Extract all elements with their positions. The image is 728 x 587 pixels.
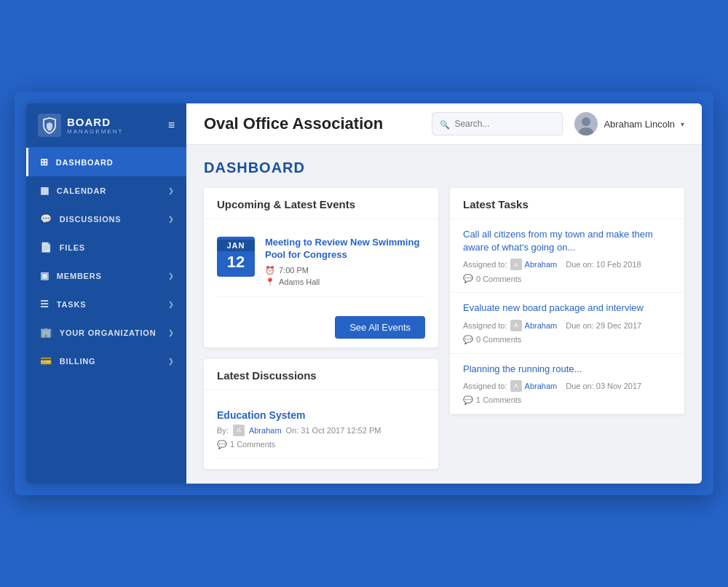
dashboard-icon: ⊞ (40, 157, 49, 168)
sidebar-item-tasks[interactable]: ☰ TASKS (26, 290, 186, 318)
discussions-icon: 💬 (40, 213, 52, 224)
task-item: Planning the running route... Assigned t… (450, 354, 684, 414)
logo-area: BOARD MANAGEMENT (38, 114, 123, 137)
event-time: 7:00 PM (265, 266, 425, 275)
chevron-icon (168, 357, 175, 365)
event-item: JAN 12 Meeting to Review New Swimming Po… (217, 229, 425, 297)
task-item: Call all citizens from my town and make … (450, 219, 684, 293)
menu-toggle-button[interactable]: ≡ (168, 119, 175, 132)
comment-icon (217, 440, 227, 449)
discussions-card: Latest Discussions Education System By: … (204, 359, 438, 469)
sidebar-item-label: BILLING (60, 357, 96, 366)
tasks-card: Latest Tasks Call all citizens from my t… (450, 188, 684, 414)
sidebar-item-members[interactable]: ▣ MEMBERS (26, 261, 186, 290)
sidebar-nav: ⊞ DASHBOARD ▦ CALENDAR 💬 DISCUSSIONS (26, 148, 186, 484)
task-meta: Assigned to: A Abraham Due on: 29 Dec 20… (463, 320, 671, 331)
org-title: Oval Office Association (204, 114, 383, 133)
files-icon: 📄 (40, 242, 52, 253)
sidebar-item-calendar[interactable]: ▦ CALENDAR (26, 176, 186, 205)
discussions-card-header: Latest Discussions (204, 359, 438, 390)
sidebar-item-label: FILES (60, 243, 85, 252)
task-title[interactable]: Evaluate new board package and interview (463, 302, 671, 315)
chevron-icon (168, 300, 175, 308)
app-container: BOARD MANAGEMENT ≡ ⊞ DASHBOARD ▦ CALEN (26, 103, 702, 484)
sidebar-item-label: DASHBOARD (56, 158, 114, 167)
dashboard-body: DASHBOARD Upcoming & Latest Events (186, 145, 702, 484)
top-bar-right: Abraham Lincoln ▾ (432, 112, 684, 135)
event-info: Meeting to Review New Swimming Pool for … (265, 237, 425, 289)
tasks-icon: ☰ (40, 299, 50, 310)
logo-icon (38, 114, 61, 137)
sidebar-header: BOARD MANAGEMENT ≡ (26, 103, 186, 148)
dashboard-grid: Upcoming & Latest Events JAN 12 Meet (204, 188, 684, 469)
organization-icon: 🏢 (40, 327, 52, 338)
task-meta: Assigned to: A Abraham Due on: 10 Feb 20… (463, 259, 671, 270)
event-location: Adams Hall (265, 277, 425, 287)
user-name: Abraham Lincoln (604, 119, 675, 130)
task-author-avatar: A (510, 320, 522, 331)
svg-point-2 (582, 117, 590, 126)
sidebar-item-label: YOUR ORGANIZATION (60, 328, 157, 337)
comment-icon (463, 335, 473, 344)
task-title[interactable]: Call all citizens from my town and make … (463, 228, 671, 254)
comment-icon (463, 274, 473, 283)
sidebar-item-label: CALENDAR (57, 186, 106, 195)
tasks-card-title: Latest Tasks (463, 198, 529, 210)
main-content: Oval Office Association (186, 103, 702, 484)
sidebar-item-label: DISCUSSIONS (60, 215, 122, 224)
sidebar-item-label: TASKS (57, 300, 86, 309)
left-column: Upcoming & Latest Events JAN 12 Meet (204, 188, 438, 469)
see-all-events-button[interactable]: See All Events (335, 316, 425, 339)
user-menu[interactable]: Abraham Lincoln ▾ (574, 112, 684, 135)
sidebar-item-dashboard[interactable]: ⊞ DASHBOARD (26, 148, 186, 176)
sidebar: BOARD MANAGEMENT ≡ ⊞ DASHBOARD ▦ CALEN (26, 103, 186, 484)
discussion-comments: 1 Comments (217, 440, 425, 449)
task-meta: Assigned to: A Abraham Due on: 03 Nov 20… (463, 380, 671, 392)
see-all-events-area: See All Events (204, 307, 438, 347)
task-comments: 1 Comments (463, 395, 671, 405)
comment-icon (463, 395, 473, 405)
discussions-card-title: Latest Discussions (217, 369, 317, 382)
chevron-icon (168, 272, 175, 280)
avatar (574, 112, 598, 135)
events-card-title: Upcoming & Latest Events (217, 198, 355, 210)
event-title[interactable]: Meeting to Review New Swimming Pool for … (265, 237, 425, 261)
chevron-icon (168, 328, 175, 336)
discussions-card-body: Education System By: A Abraham On: 31 Oc… (204, 390, 438, 469)
top-bar: Oval Office Association (186, 103, 702, 145)
task-title[interactable]: Planning the running route... (463, 363, 671, 376)
logo-text: BOARD MANAGEMENT (67, 116, 123, 135)
task-item: Evaluate new board package and interview… (450, 293, 684, 353)
location-icon (265, 277, 275, 287)
right-column: Latest Tasks Call all citizens from my t… (450, 188, 684, 469)
events-card-header: Upcoming & Latest Events (204, 188, 438, 219)
chevron-icon (168, 215, 175, 223)
chevron-icon (168, 186, 175, 194)
discussion-title[interactable]: Education System (217, 409, 425, 421)
members-icon: ▣ (40, 270, 50, 281)
event-month: JAN (217, 240, 255, 251)
task-author-avatar: A (510, 259, 522, 270)
search-box[interactable] (432, 112, 563, 135)
author-avatar: A (233, 425, 245, 436)
billing-icon: 💳 (40, 355, 52, 366)
user-chevron-icon: ▾ (681, 120, 684, 128)
sidebar-item-label: MEMBERS (57, 272, 102, 280)
event-day: 12 (217, 251, 255, 273)
event-date-box: JAN 12 (217, 237, 255, 276)
events-card-body: JAN 12 Meeting to Review New Swimming Po… (204, 219, 438, 307)
app-wrapper: BOARD MANAGEMENT ≡ ⊞ DASHBOARD ▦ CALEN (15, 92, 713, 495)
task-comments: 0 Comments (463, 335, 671, 344)
clock-icon (265, 266, 275, 275)
discussion-meta: By: A Abraham On: 31 Oct 2017 12:52 PM (217, 425, 425, 436)
sidebar-item-organization[interactable]: 🏢 YOUR ORGANIZATION (26, 318, 186, 347)
sidebar-item-files[interactable]: 📄 FILES (26, 233, 186, 261)
sidebar-item-discussions[interactable]: 💬 DISCUSSIONS (26, 205, 186, 233)
sidebar-item-billing[interactable]: 💳 BILLING (26, 347, 186, 375)
calendar-icon: ▦ (40, 185, 50, 196)
task-author-avatar: A (510, 380, 522, 392)
search-input[interactable] (454, 119, 555, 129)
events-card: Upcoming & Latest Events JAN 12 Meet (204, 188, 438, 347)
search-icon (440, 117, 450, 130)
dashboard-title: DASHBOARD (204, 159, 684, 176)
